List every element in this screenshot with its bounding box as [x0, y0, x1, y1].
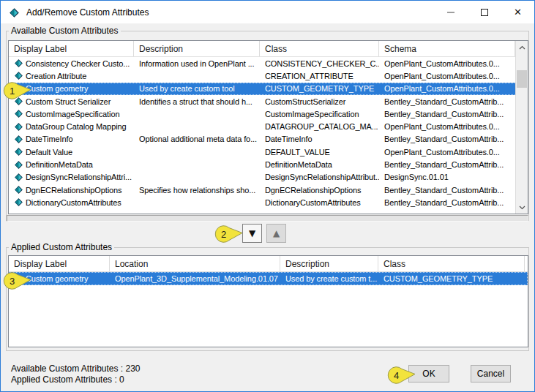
- dialog-add-remove-custom-attributes: Add/Remove Custom Attributes ✕ Available…: [0, 0, 535, 392]
- class-diamond-icon: [15, 110, 23, 118]
- list-row[interactable]: Creation AttributeCREATION_ATTRIBUTEOpen…: [9, 69, 528, 82]
- column-header-class[interactable]: Class: [378, 256, 525, 271]
- applied-count-label: Applied Custom Attributes : 0: [11, 374, 124, 385]
- cell-description: Specifies how relationships sho...: [134, 186, 260, 195]
- cell-class: CUSTOM_GEOMETRY_TYPE: [260, 84, 379, 93]
- splitter-bar: [7, 215, 528, 222]
- list-row[interactable]: DefinitionMetaDataDefinitionMetaDataBent…: [9, 158, 528, 170]
- up-arrow-icon: ▲: [273, 228, 280, 238]
- svg-text:1: 1: [10, 86, 15, 97]
- cell-description: Used by create custom tool: [134, 84, 260, 93]
- cell-description: Identifies a struct that should h...: [134, 97, 260, 106]
- cell-class: DgnECRelationshipOptions: [260, 186, 379, 195]
- applied-group-label: Applied Custom Attributes: [9, 242, 114, 252]
- class-diamond-icon: [15, 59, 23, 67]
- available-list-body: Consistency Checker Custo...Information …: [9, 57, 528, 209]
- svg-text:3: 3: [10, 276, 15, 287]
- available-list[interactable]: Display Label Description Class Schema C…: [8, 40, 528, 214]
- column-header-display-label[interactable]: Display Label: [9, 256, 110, 271]
- class-diamond-icon: [15, 198, 23, 206]
- cell-schema: Bentley_Standard_CustomAttrib...: [379, 160, 515, 169]
- cell-label: DgnECRelationshipOptions: [9, 186, 134, 195]
- list-row[interactable]: CustomImageSpecificationCustomImageSpeci…: [9, 108, 528, 120]
- list-row[interactable]: Consistency Checker Custo...Information …: [9, 57, 528, 69]
- cell-class: DATAGROUP_CATALOG_MA...: [260, 122, 379, 131]
- list-row[interactable]: DataGroup Catalog MappingDATAGROUP_CATAL…: [9, 120, 528, 132]
- cell-label: Default Value: [9, 148, 134, 157]
- cell-location: OpenPlant_3D_Supplemental_Modeling.01.07: [110, 274, 280, 283]
- cell-class: CREATION_ATTRIBUTE: [260, 72, 379, 80]
- list-row[interactable]: DgnECRelationshipOptionsSpecifies how re…: [9, 184, 528, 196]
- cell-description: Optional additional meta data fo...: [134, 135, 260, 143]
- column-header-location[interactable]: Location: [110, 256, 280, 271]
- cell-schema: OpenPlant_CustomAttributes.0...: [379, 84, 515, 93]
- cell-description: Information used in OpenPlant ...: [134, 59, 260, 68]
- cell-schema: Bentley_Standard_CustomAttrib...: [379, 97, 515, 106]
- available-count-label: Available Custom Attributes : 230: [11, 363, 141, 374]
- titlebar[interactable]: Add/Remove Custom Attributes ✕: [1, 1, 534, 23]
- cell-label: CustomImageSpecification: [9, 110, 134, 118]
- cell-class: CustomStructSerializer: [260, 97, 379, 106]
- cell-class: DEFAULT_VALUE: [260, 148, 379, 157]
- cell-label: DefinitionMetaData: [9, 160, 134, 169]
- window-title: Add/Remove Custom Attributes: [26, 7, 149, 18]
- cell-schema: OpenPlant_CustomAttributes.0...: [379, 72, 515, 80]
- scroll-down-icon[interactable]: [516, 201, 528, 214]
- column-header-description[interactable]: Description: [280, 256, 378, 271]
- class-diamond-icon: [10, 7, 19, 17]
- class-diamond-icon: [15, 135, 23, 143]
- cell-schema: OpenPlant_CustomAttributes.0...: [379, 122, 515, 131]
- list-row[interactable]: DateTimeInfoOptional additional meta dat…: [9, 133, 528, 146]
- cell-schema: Bentley_Standard_CustomAttrib...: [379, 198, 515, 207]
- scrollbar-thumb[interactable]: [517, 70, 527, 88]
- cell-label: Creation Attribute: [9, 72, 134, 80]
- class-diamond-icon: [15, 161, 23, 169]
- available-list-header: Display Label Description Class Schema: [9, 41, 528, 57]
- cell-schema: Bentley_Standard_CustomAttrib...: [379, 135, 515, 143]
- callout-2: 2: [214, 225, 243, 244]
- down-arrow-icon: ▼: [249, 228, 255, 238]
- minimize-button[interactable]: [434, 1, 467, 23]
- list-row[interactable]: Custom geometryUsed by create custom too…: [9, 83, 528, 95]
- cell-label: DateTimeInfo: [9, 135, 134, 143]
- scroll-up-icon[interactable]: [516, 41, 528, 53]
- maximize-button[interactable]: [468, 1, 501, 23]
- close-icon: ✕: [514, 7, 522, 17]
- column-header-schema[interactable]: Schema: [379, 41, 515, 56]
- column-header-description[interactable]: Description: [134, 41, 260, 56]
- list-row[interactable]: Default ValueDEFAULT_VALUEOpenPlant_Cust…: [9, 146, 528, 158]
- class-diamond-icon: [15, 173, 23, 181]
- cell-schema: OpenPlant_CustomAttributes.0...: [379, 59, 515, 68]
- list-row[interactable]: DesignSyncRelationshipAttri...DesignSync…: [9, 171, 528, 184]
- cancel-button[interactable]: Cancel: [471, 365, 511, 382]
- list-row[interactable]: Custom geometryOpenPlant_3D_Supplemental…: [9, 272, 528, 285]
- list-row[interactable]: DictionaryCustomAttributesDictionaryCust…: [9, 196, 528, 208]
- class-diamond-icon: [15, 123, 23, 131]
- svg-text:2: 2: [221, 229, 226, 240]
- vertical-scrollbar[interactable]: [515, 41, 528, 214]
- available-group-label: Available Custom Attributes: [9, 26, 121, 36]
- cell-class: DesignSyncRelationshipAttribut...: [260, 173, 379, 181]
- maximize-icon: [481, 9, 488, 16]
- column-header-display-label[interactable]: Display Label: [9, 41, 134, 56]
- cell-schema: OpenPlant_CustomAttributes.0...: [379, 148, 515, 157]
- cell-class: CustomImageSpecification: [260, 110, 379, 118]
- cell-label: DictionaryCustomAttributes: [9, 198, 134, 207]
- add-attribute-button[interactable]: ▼: [242, 224, 262, 243]
- cell-class: CONSISTENCY_CHECKER_C...: [260, 59, 379, 68]
- cell-class: DefinitionMetaData: [260, 160, 379, 169]
- applied-list-header: Display Label Location Description Class: [9, 256, 528, 272]
- cell-label: Consistency Checker Custo...: [9, 59, 134, 68]
- svg-text:4: 4: [394, 370, 399, 381]
- cell-class: CUSTOM_GEOMETRY_TYPE: [378, 274, 525, 283]
- minimize-icon: [447, 12, 454, 13]
- close-button[interactable]: ✕: [501, 1, 534, 23]
- cell-class: DateTimeInfo: [260, 135, 379, 143]
- cell-schema: Bentley_Standard_CustomAttrib...: [379, 186, 515, 195]
- applied-list[interactable]: Display Label Location Description Class…: [8, 255, 528, 347]
- callout-4: 4: [386, 366, 416, 385]
- class-diamond-icon: [15, 186, 23, 194]
- list-row[interactable]: Custom Struct SerializerIdentifies a str…: [9, 95, 528, 108]
- column-header-class[interactable]: Class: [260, 41, 379, 56]
- remove-attribute-button[interactable]: ▲: [266, 224, 286, 243]
